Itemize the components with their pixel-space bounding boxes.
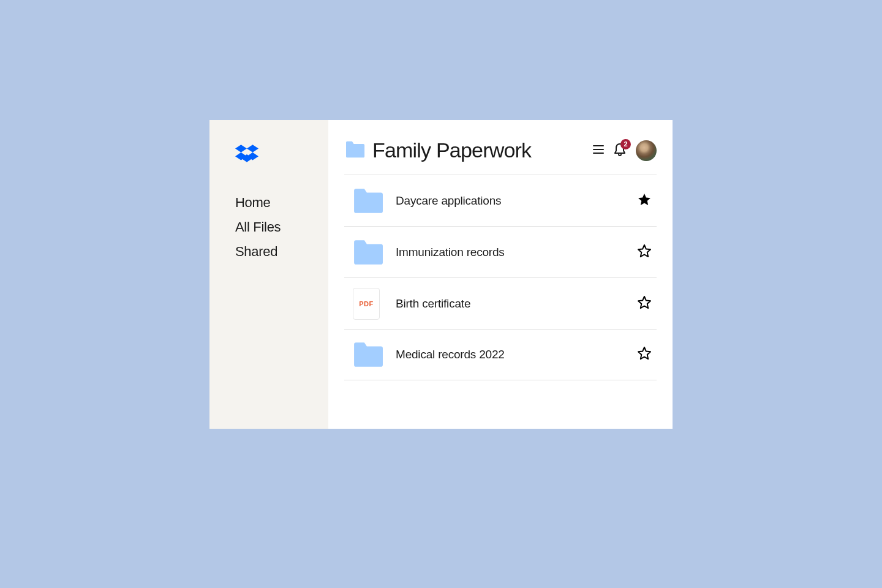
- app-window: Home All Files Shared Family Paperwork: [209, 120, 673, 429]
- star-outline-icon: [637, 244, 652, 258]
- header: Family Paperwork 2: [344, 138, 657, 175]
- sidebar-item-all-files[interactable]: All Files: [235, 219, 328, 235]
- sidebar-item-shared[interactable]: Shared: [235, 244, 328, 260]
- star-outline-icon: [637, 295, 652, 310]
- list-item[interactable]: Immunization records: [344, 226, 657, 277]
- notification-badge: 2: [620, 139, 631, 149]
- page-title: Family Paperwork: [372, 138, 586, 162]
- pdf-icon: PDF: [353, 288, 383, 320]
- list-item[interactable]: Daycare applications: [344, 175, 657, 226]
- sidebar-nav: Home All Files Shared: [235, 195, 328, 260]
- star-filled-icon: [637, 192, 652, 207]
- star-button[interactable]: [637, 192, 652, 209]
- folder-icon: [353, 342, 383, 368]
- file-name-label: Immunization records: [396, 246, 637, 259]
- sidebar: Home All Files Shared: [209, 120, 328, 429]
- dropbox-logo-icon[interactable]: [235, 145, 328, 167]
- star-button[interactable]: [637, 295, 652, 312]
- avatar[interactable]: [636, 140, 657, 161]
- star-button[interactable]: [637, 244, 652, 261]
- menu-icon[interactable]: [593, 145, 604, 157]
- file-name-label: Daycare applications: [396, 194, 637, 208]
- folder-icon: [344, 141, 365, 160]
- main-content: Family Paperwork 2: [328, 120, 673, 429]
- star-button[interactable]: [637, 346, 652, 363]
- file-list: Daycare applications Immunization record…: [344, 175, 657, 380]
- file-name-label: Medical records 2022: [396, 348, 637, 361]
- header-actions: 2: [593, 140, 657, 161]
- notification-button[interactable]: 2: [614, 143, 626, 159]
- star-outline-icon: [637, 346, 652, 361]
- folder-icon: [353, 188, 383, 214]
- list-item[interactable]: Medical records 2022: [344, 329, 657, 380]
- folder-icon: [353, 239, 383, 265]
- file-name-label: Birth certificate: [396, 297, 637, 311]
- sidebar-item-home[interactable]: Home: [235, 195, 328, 211]
- list-item[interactable]: PDF Birth certificate: [344, 277, 657, 329]
